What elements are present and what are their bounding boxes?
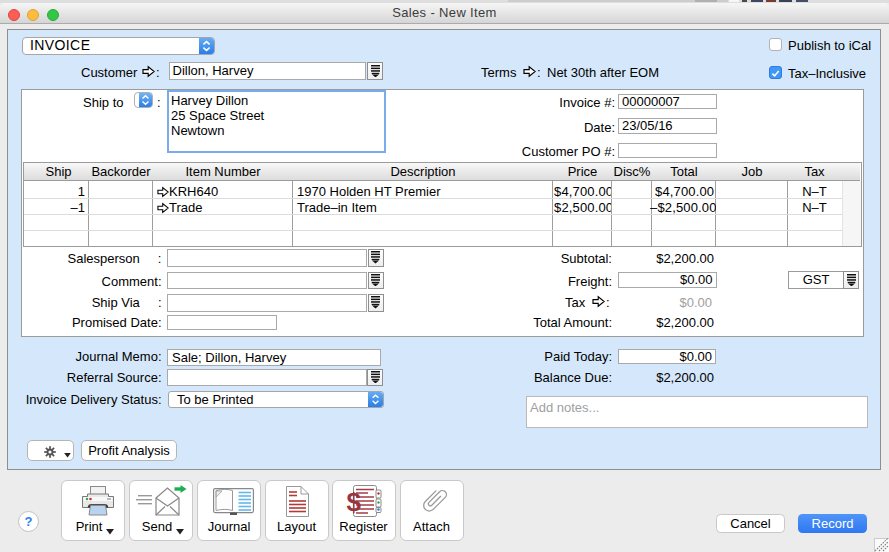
svg-text:$: $ [346,487,361,517]
